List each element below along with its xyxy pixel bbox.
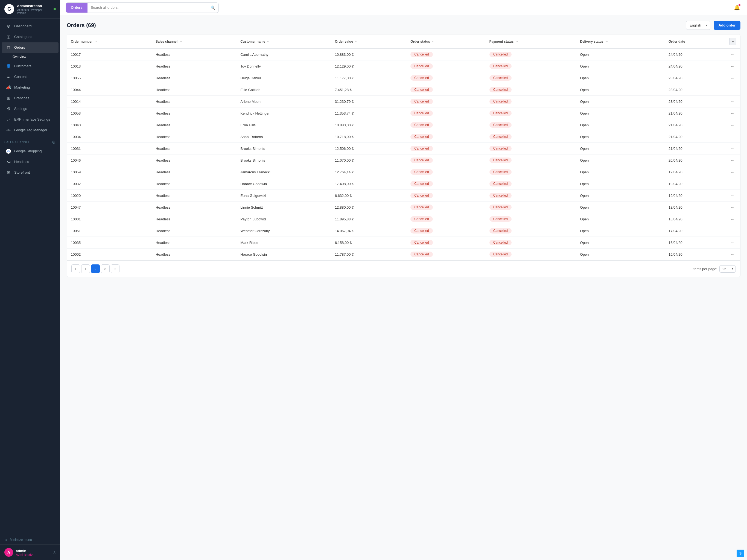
row-actions-btn[interactable]: ··· [729, 228, 736, 233]
table-row[interactable]: 10059 Headless Jamarcus Franecki 12.764,… [67, 166, 740, 178]
sidebar-sub-item-overview[interactable]: Overview [0, 53, 60, 61]
user-menu-btn[interactable]: ∧ [53, 550, 56, 555]
row-actions-btn[interactable]: ··· [729, 146, 736, 151]
table-row[interactable]: 10046 Headless Brooks Simonis 11.070,00 … [67, 154, 740, 166]
page-1-btn[interactable]: 1 [81, 264, 90, 273]
pagination-pages: ‹ 1 2 3 › [71, 264, 120, 273]
cell-order-value: 17.408,00 € [331, 178, 407, 190]
cell-order-number: 10055 [67, 72, 152, 84]
row-actions-btn[interactable]: ··· [729, 157, 736, 163]
cell-delivery-status: Open [576, 202, 665, 213]
add-sales-channel-btn[interactable]: ⊕ [52, 139, 56, 145]
row-actions-btn[interactable]: ··· [729, 87, 736, 93]
table-row[interactable]: 10020 Headless Euna Gulgowski 6.632,00 €… [67, 190, 740, 202]
row-actions-btn[interactable]: ··· [729, 63, 736, 69]
cell-order-date: 16/04/20 [665, 237, 725, 249]
col-menu-icon[interactable]: ··· [606, 40, 608, 43]
cell-order-value: 14.067,94 € [331, 225, 407, 237]
sidebar-item-marketing[interactable]: 📣 Marketing [2, 82, 58, 93]
row-actions-btn[interactable]: ··· [729, 240, 736, 245]
row-actions-btn[interactable]: ··· [729, 193, 736, 198]
cell-order-number: 10035 [67, 237, 152, 249]
sidebar-item-settings[interactable]: ⚙ Settings [2, 104, 58, 114]
table-row[interactable]: 10044 Headless Ellie Gottlieb 7.451,28 €… [67, 84, 740, 96]
sidebar-item-content[interactable]: ≡ Content [2, 72, 58, 82]
per-page-select[interactable]: 25 10 50 100 [719, 265, 736, 273]
cell-payment-status: Cancelled [486, 72, 576, 84]
row-actions-btn[interactable]: ··· [729, 122, 736, 128]
col-header-order-value: Order value ··· [331, 34, 407, 49]
cell-order-status: Cancelled [407, 72, 485, 84]
table-row[interactable]: 10013 Headless Toy Donnelly 12.129,00 € … [67, 60, 740, 72]
table-row[interactable]: 10047 Headless Linnie Schmitt 12.880,00 … [67, 202, 740, 213]
col-menu-icon[interactable]: ··· [432, 40, 434, 43]
sidebar-item-branches[interactable]: ⊞ Branches [2, 93, 58, 103]
cell-row-actions: ··· [725, 166, 740, 178]
cell-order-status: Cancelled [407, 202, 485, 213]
cell-row-actions: ··· [725, 49, 740, 60]
search-context-btn[interactable]: Orders [66, 3, 87, 12]
cell-row-actions: ··· [725, 202, 740, 213]
cell-order-number: 10034 [67, 131, 152, 143]
cell-delivery-status: Open [576, 154, 665, 166]
col-menu-icon[interactable]: ··· [516, 40, 518, 43]
cell-payment-status: Cancelled [486, 60, 576, 72]
row-actions-btn[interactable]: ··· [729, 134, 736, 139]
cell-order-date: 19/04/20 [665, 166, 725, 178]
cell-payment-status: Cancelled [486, 237, 576, 249]
language-select[interactable]: English [686, 21, 711, 30]
row-actions-btn[interactable]: ··· [729, 99, 736, 104]
cell-order-number: 10014 [67, 96, 152, 107]
prev-page-btn[interactable]: ‹ [71, 264, 80, 273]
sidebar-item-catalogues[interactable]: ◫ Catalogues [2, 32, 58, 42]
table-row[interactable]: 10051 Headless Webster Gorczany 14.067,9… [67, 225, 740, 237]
col-menu-icon[interactable]: ··· [355, 40, 357, 43]
table-row[interactable]: 10002 Headless Horace Goodwin 11.787,00 … [67, 249, 740, 260]
cell-customer-name: Linnie Schmitt [236, 202, 331, 213]
page-3-btn[interactable]: 3 [101, 264, 110, 273]
table-row[interactable]: 10032 Headless Horace Goodwin 17.408,00 … [67, 178, 740, 190]
table-row[interactable]: 10040 Headless Erna Hills 10.883,00 € Ca… [67, 119, 740, 131]
table-row[interactable]: 10053 Headless Kendrick Hettinger 11.353… [67, 107, 740, 119]
sidebar-item-erp[interactable]: ⇄ ERP Interface Settings [2, 114, 58, 125]
cell-order-number: 10013 [67, 60, 152, 72]
row-actions-btn[interactable]: ··· [729, 181, 736, 186]
row-actions-btn[interactable]: ··· [729, 75, 736, 81]
table-row[interactable]: 10055 Headless Helga Daniel 11.177,00 € … [67, 72, 740, 84]
sidebar-item-label: Dashboard [14, 24, 32, 28]
table-row[interactable]: 10001 Headless Payton Lubowitz 11.895,88… [67, 213, 740, 225]
row-actions-btn[interactable]: ··· [729, 169, 736, 175]
notification-btn[interactable]: 🔔 [732, 3, 742, 12]
column-settings-btn[interactable]: ≡ [729, 38, 736, 45]
col-menu-icon[interactable]: ··· [95, 40, 97, 43]
settings-icon: ⚙ [6, 106, 11, 111]
table-row[interactable]: 10017 Headless Camila Abernathy 10.883,0… [67, 49, 740, 60]
sidebar-item-dashboard[interactable]: ⊙ Dashboard [2, 21, 58, 31]
add-order-btn[interactable]: Add order [714, 21, 741, 30]
cell-order-number: 10031 [67, 143, 152, 154]
cell-order-value: 11.353,74 € [331, 107, 407, 119]
sidebar-item-customers[interactable]: 👤 Customers [2, 61, 58, 71]
row-actions-btn[interactable]: ··· [729, 216, 736, 222]
row-actions-btn[interactable]: ··· [729, 110, 736, 116]
row-actions-btn[interactable]: ··· [729, 52, 736, 57]
table-row[interactable]: 10035 Headless Mark Rippin 6.158,00 € Ca… [67, 237, 740, 249]
sidebar-item-headless[interactable]: 🏷 Headless [2, 157, 58, 167]
sidebar-item-storefront[interactable]: ⊞ Storefront [2, 167, 58, 178]
table-row[interactable]: 10034 Headless Anahi Roberts 10.718,00 €… [67, 131, 740, 143]
col-menu-icon[interactable]: ··· [179, 40, 182, 43]
row-actions-btn[interactable]: ··· [729, 205, 736, 210]
cell-row-actions: ··· [725, 143, 740, 154]
sidebar-item-orders[interactable]: ◻ Orders [2, 42, 58, 53]
table-row[interactable]: 10014 Headless Arlene Moen 31.230,79 € C… [67, 96, 740, 107]
sidebar-item-gtm[interactable]: </> Google Tag Manager [2, 125, 58, 135]
minimize-menu-btn[interactable]: ⊖ Minimize menu [0, 535, 60, 544]
row-actions-btn[interactable]: ··· [729, 252, 736, 257]
sidebar-item-google-shopping[interactable]: G Google Shopping [2, 146, 58, 156]
table-row[interactable]: 10031 Headless Brooks Simonis 12.506,00 … [67, 143, 740, 154]
next-page-btn[interactable]: › [111, 264, 120, 273]
col-menu-icon[interactable]: ··· [267, 40, 269, 43]
search-input[interactable] [87, 5, 207, 9]
page-2-btn[interactable]: 2 [91, 264, 100, 273]
search-bar: Orders 🔍 [66, 2, 219, 13]
